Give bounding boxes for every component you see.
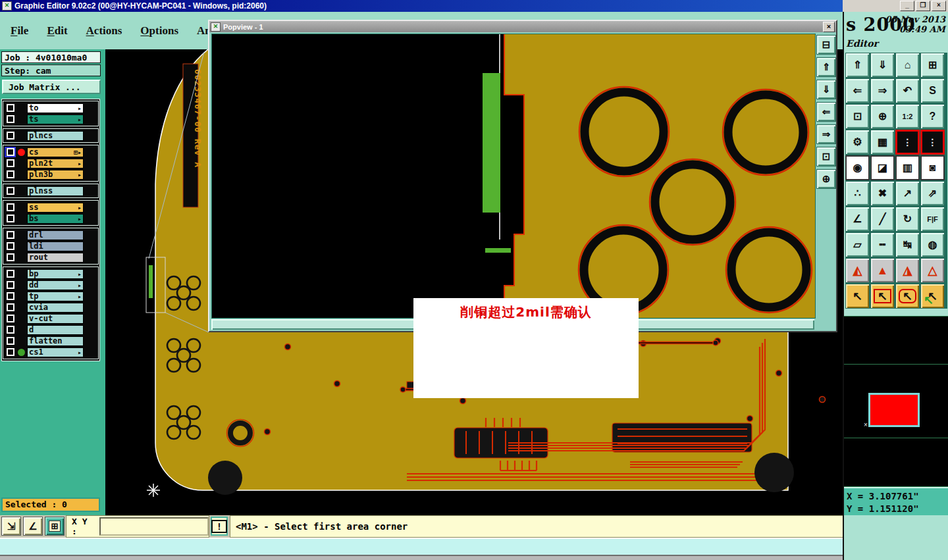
restore-button[interactable]: ❐: [916, 1, 930, 11]
alert-button[interactable]: !: [211, 517, 228, 536]
menu-item-options[interactable]: Options: [140, 24, 178, 38]
horizontal-scrollbar[interactable]: [0, 538, 948, 556]
layer-visibility-checkbox[interactable]: [5, 292, 15, 301]
grid-setup-icon[interactable]: ▦: [870, 130, 895, 155]
measure-mode-icon[interactable]: ⇲: [1, 517, 21, 536]
pan-right-icon[interactable]: ⇒: [870, 78, 895, 103]
select-single-icon[interactable]: ↖: [845, 284, 870, 309]
navigator-panel[interactable]: ×: [844, 364, 948, 438]
select-frame-icon[interactable]: ↖: [870, 284, 895, 309]
xy-input[interactable]: [99, 517, 209, 536]
popview-window[interactable]: ✕ Popview - 1 ×: [208, 20, 837, 332]
redraw-icon[interactable]: S: [920, 78, 945, 103]
layer-name-box[interactable]: to▸: [27, 103, 84, 113]
layer-name-box[interactable]: cvia: [27, 303, 84, 313]
layer-name-box[interactable]: cs1▸: [27, 347, 84, 357]
layer-visibility-checkbox[interactable]: [5, 159, 15, 168]
layer-name-box[interactable]: ss▸: [27, 203, 84, 213]
layer-name-box[interactable]: v-cut: [27, 314, 84, 324]
layer-visibility-checkbox[interactable]: [5, 269, 15, 278]
select-polygon-icon[interactable]: ↖: [895, 284, 920, 309]
layer-visibility-checkbox[interactable]: [5, 347, 15, 357]
close-button[interactable]: ×: [932, 1, 946, 11]
select-reference-icon[interactable]: ◉: [845, 155, 870, 180]
measure-line-icon[interactable]: ╱: [870, 207, 895, 232]
layer-name-box[interactable]: flatten: [27, 336, 84, 346]
help-icon[interactable]: ?: [920, 104, 945, 129]
merge-shapes-icon[interactable]: ◍: [920, 232, 945, 257]
popview-new-window-icon[interactable]: ⊟: [816, 35, 836, 55]
menu-item-file[interactable]: File: [11, 24, 28, 38]
layer-name-box[interactable]: plncs: [27, 131, 84, 141]
zoom-fit-icon[interactable]: ⊡: [845, 104, 870, 129]
copy-pad-icon[interactable]: ▱: [845, 232, 870, 257]
layer-visibility-checkbox[interactable]: [5, 131, 15, 140]
measure-gap-icon[interactable]: ↹: [895, 232, 920, 257]
minimize-button[interactable]: _: [900, 1, 914, 11]
menu-item-edit[interactable]: Edit: [47, 24, 67, 38]
arc-select-b-icon[interactable]: ▲: [870, 258, 895, 283]
angle-snap-icon[interactable]: ∠: [23, 517, 43, 536]
delete-feature-icon[interactable]: ✖: [870, 181, 895, 206]
popview-title-bar[interactable]: ✕ Popview - 1 ×: [209, 21, 836, 32]
tile-windows-icon[interactable]: ⊞: [920, 53, 945, 78]
grid-toggle-icon[interactable]: ⊞: [45, 517, 65, 536]
paste-down-icon[interactable]: ⇓: [870, 53, 895, 78]
measure-ruler-icon[interactable]: ▥: [895, 155, 920, 180]
layer-name-box[interactable]: cs⊞▸: [27, 147, 84, 157]
layer-visibility-checkbox[interactable]: [5, 325, 15, 334]
zoom-half-icon[interactable]: 1:2: [895, 104, 920, 129]
layer-name-box[interactable]: tp▸: [27, 292, 84, 301]
layer-name-box[interactable]: pln3b▸: [27, 170, 84, 180]
navigator-view-rect[interactable]: [868, 393, 920, 427]
rotate-icon[interactable]: ↻: [895, 207, 920, 232]
popview-pan-up-icon[interactable]: ⇑: [816, 57, 836, 77]
popview-pan-right-icon[interactable]: ⇒: [816, 124, 836, 144]
netlist-back-icon[interactable]: ⋮: [920, 130, 945, 155]
home-view-icon[interactable]: ⌂: [895, 53, 920, 78]
layer-visibility-checkbox[interactable]: [5, 115, 15, 124]
popview-pan-center-icon[interactable]: ⊕: [816, 169, 836, 189]
layer-name-box[interactable]: ts▸: [27, 115, 84, 124]
popview-content[interactable]: [211, 34, 816, 318]
mirror-icon[interactable]: F|F: [920, 207, 945, 232]
popview-pan-left-icon[interactable]: ⇐: [816, 102, 836, 122]
layer-visibility-checkbox[interactable]: [5, 103, 15, 113]
layer-name-box[interactable]: drl: [27, 230, 84, 240]
layer-name-box[interactable]: bs▸: [27, 214, 84, 224]
layer-visibility-checkbox[interactable]: [5, 170, 15, 179]
netlist-front-icon[interactable]: ⋮: [895, 130, 920, 155]
setup-tools-icon[interactable]: ⚙: [845, 130, 870, 155]
layer-visibility-checkbox[interactable]: [5, 336, 15, 345]
layer-compare-icon[interactable]: ◪: [870, 155, 895, 180]
layer-visibility-checkbox[interactable]: [5, 242, 15, 251]
layer-name-box[interactable]: pln2t▸: [27, 159, 84, 168]
arc-select-c-icon[interactable]: ◮: [895, 258, 920, 283]
popview-zoom-fit-icon[interactable]: ⊡: [816, 147, 836, 166]
layer-visibility-checkbox[interactable]: [5, 303, 15, 312]
layer-visibility-checkbox[interactable]: [5, 186, 15, 195]
menu-item-actions[interactable]: Actions: [86, 24, 122, 38]
layer-name-box[interactable]: dd▸: [27, 280, 84, 290]
undo-icon[interactable]: ↶: [895, 78, 920, 103]
measure-angle-icon[interactable]: ∠: [845, 207, 870, 232]
layer-visibility-checkbox[interactable]: [5, 203, 15, 212]
copy-to-layer-icon[interactable]: ↗: [895, 181, 920, 206]
layer-visibility-checkbox[interactable]: [5, 280, 15, 290]
popview-close-button[interactable]: ×: [823, 22, 835, 32]
job-matrix-button[interactable]: Job Matrix ...: [2, 80, 101, 94]
layer-visibility-checkbox[interactable]: [5, 147, 15, 157]
layer-visibility-checkbox[interactable]: [5, 230, 15, 240]
pan-center-icon[interactable]: ⊕: [870, 104, 895, 129]
layer-name-box[interactable]: plnss: [27, 186, 84, 196]
layer-visibility-checkbox[interactable]: [5, 214, 15, 223]
layer-name-box[interactable]: rout: [27, 253, 84, 263]
layer-visibility-checkbox[interactable]: [5, 314, 15, 323]
arc-select-d-icon[interactable]: △: [920, 258, 945, 283]
paste-up-icon[interactable]: ⇑: [845, 53, 870, 78]
arc-select-a-icon[interactable]: ◭: [845, 258, 870, 283]
move-to-layer-icon[interactable]: ⇗: [920, 181, 945, 206]
layer-visibility-checkbox[interactable]: [5, 253, 15, 262]
layer-name-box[interactable]: ldi: [27, 242, 84, 251]
net-select-icon[interactable]: ∴: [845, 181, 870, 206]
